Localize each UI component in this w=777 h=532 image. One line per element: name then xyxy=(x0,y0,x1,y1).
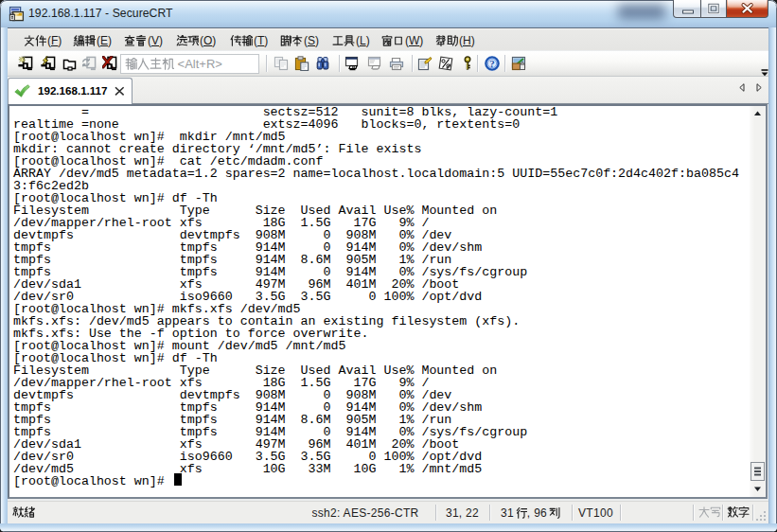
svg-text:?: ? xyxy=(489,58,495,69)
